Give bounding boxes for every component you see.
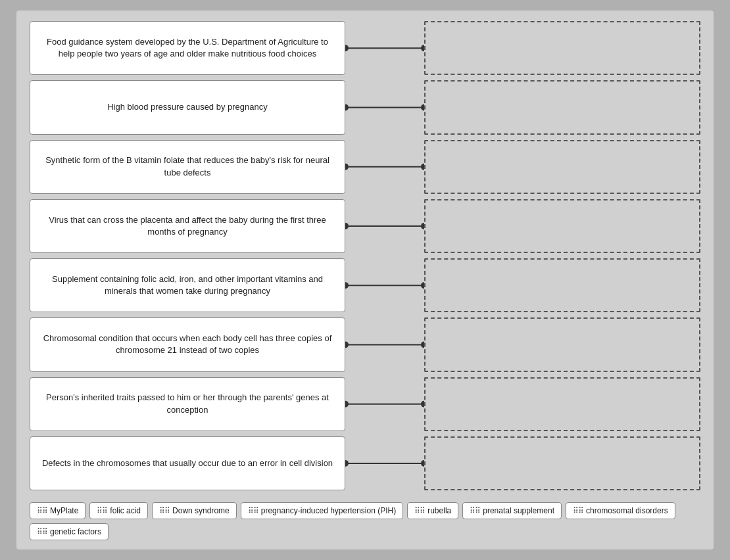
svg-point-7 bbox=[345, 164, 349, 170]
term-chip-t3[interactable]: ⠿⠿Down syndrome bbox=[152, 502, 237, 519]
definition-box-3: Synthetic form of the B vitamin folate t… bbox=[30, 140, 345, 194]
svg-point-11 bbox=[421, 223, 424, 229]
term-label: genetic factors bbox=[50, 527, 101, 536]
left-column: Food guidance system developed by the U.… bbox=[30, 21, 345, 490]
term-chip-t8[interactable]: ⠿⠿genetic factors bbox=[30, 523, 109, 540]
answer-box-4[interactable] bbox=[424, 199, 700, 253]
drag-icon: ⠿⠿ bbox=[470, 506, 480, 515]
term-chip-t2[interactable]: ⠿⠿folic acid bbox=[89, 502, 148, 519]
svg-point-17 bbox=[421, 341, 424, 348]
matching-area: Food guidance system developed by the U.… bbox=[30, 21, 700, 490]
svg-point-10 bbox=[345, 223, 349, 229]
terms-container: ⠿⠿MyPlate⠿⠿folic acid⠿⠿Down syndrome⠿⠿pr… bbox=[30, 502, 700, 540]
definition-box-1: Food guidance system developed by the U.… bbox=[30, 21, 345, 75]
svg-point-8 bbox=[421, 164, 424, 170]
svg-point-2 bbox=[421, 45, 424, 51]
term-chip-t6[interactable]: ⠿⠿prenatal supplement bbox=[462, 502, 562, 519]
svg-point-19 bbox=[345, 401, 349, 408]
svg-point-1 bbox=[345, 45, 349, 51]
answer-box-2[interactable] bbox=[424, 80, 700, 134]
drag-icon: ⠿⠿ bbox=[414, 506, 425, 515]
drag-icon: ⠿⠿ bbox=[248, 506, 258, 515]
drag-icon: ⠿⠿ bbox=[37, 506, 47, 515]
drag-icon: ⠿⠿ bbox=[37, 527, 47, 536]
term-chip-t1[interactable]: ⠿⠿MyPlate bbox=[30, 502, 85, 519]
svg-point-5 bbox=[421, 104, 424, 110]
term-label: rubella bbox=[427, 506, 451, 515]
definition-box-6: Chromosomal condition that occurs when e… bbox=[30, 317, 345, 371]
svg-point-4 bbox=[345, 104, 349, 110]
answer-box-7[interactable] bbox=[424, 377, 700, 431]
main-container: Food guidance system developed by the U.… bbox=[16, 11, 714, 549]
definition-box-7: Person's inherited traits passed to him … bbox=[30, 377, 345, 431]
term-label: prenatal supplement bbox=[483, 506, 554, 515]
definition-box-5: Supplement containing folic acid, iron, … bbox=[30, 258, 345, 312]
definition-box-4: Virus that can cross the placenta and af… bbox=[30, 199, 345, 253]
svg-point-20 bbox=[421, 401, 424, 408]
answer-box-6[interactable] bbox=[424, 317, 700, 371]
right-column bbox=[424, 21, 700, 490]
drag-icon: ⠿⠿ bbox=[159, 506, 170, 515]
svg-point-22 bbox=[345, 460, 349, 467]
definition-box-8: Defects in the chromosomes that usually … bbox=[30, 436, 345, 490]
connector-area bbox=[345, 21, 424, 490]
answer-box-3[interactable] bbox=[424, 140, 700, 194]
term-label: pregnancy-induced hypertension (PIH) bbox=[261, 506, 396, 515]
term-chip-t7[interactable]: ⠿⠿chromosomal disorders bbox=[566, 502, 675, 519]
svg-point-23 bbox=[421, 460, 424, 467]
svg-point-13 bbox=[345, 282, 349, 289]
term-label: folic acid bbox=[110, 506, 141, 515]
terms-row: ⠿⠿MyPlate⠿⠿folic acid⠿⠿Down syndrome⠿⠿pr… bbox=[30, 497, 700, 543]
answer-box-8[interactable] bbox=[424, 436, 700, 490]
term-chip-t5[interactable]: ⠿⠿rubella bbox=[407, 502, 458, 519]
answer-box-1[interactable] bbox=[424, 21, 700, 75]
term-label: Down syndrome bbox=[172, 506, 230, 515]
svg-point-14 bbox=[421, 282, 424, 289]
svg-point-16 bbox=[345, 341, 349, 348]
answer-box-5[interactable] bbox=[424, 258, 700, 312]
term-label: MyPlate bbox=[50, 506, 78, 515]
term-label: chromosomal disorders bbox=[586, 506, 668, 515]
definition-box-2: High blood pressure caused by pregnancy bbox=[30, 80, 345, 134]
drag-icon: ⠿⠿ bbox=[97, 506, 107, 515]
drag-icon: ⠿⠿ bbox=[573, 506, 583, 515]
term-chip-t4[interactable]: ⠿⠿pregnancy-induced hypertension (PIH) bbox=[241, 502, 403, 519]
